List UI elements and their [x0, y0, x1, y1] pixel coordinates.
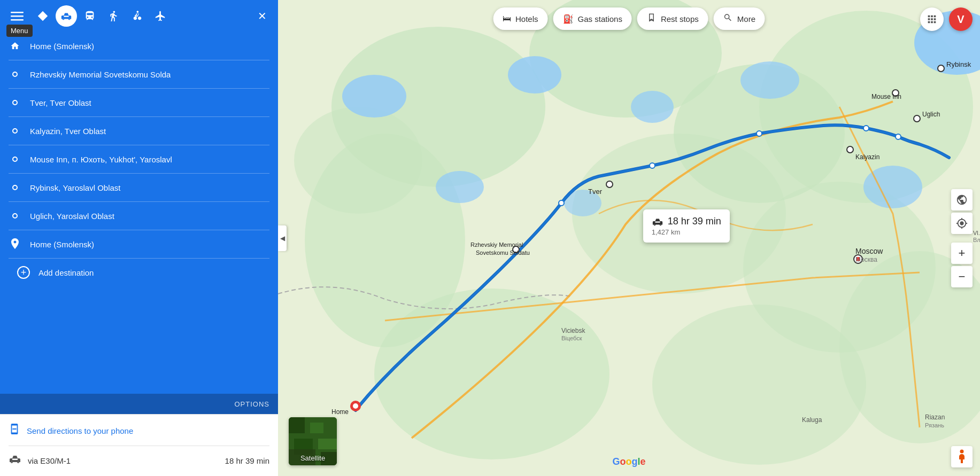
waypoint-item[interactable]: Rybinsk, Yaroslavl Oblast: [9, 174, 269, 202]
dot-connector: [12, 185, 18, 190]
route-popup-time: 18 hr 39 min: [668, 216, 721, 227]
zoom-out-button[interactable]: −: [951, 266, 973, 287]
dot-connector: [12, 213, 18, 219]
user-avatar[interactable]: V: [949, 7, 973, 31]
svg-text:Home: Home: [331, 408, 349, 416]
svg-point-16: [508, 56, 561, 93]
waypoint-label: Home (Smolensk): [30, 42, 94, 51]
dot-connector: [12, 72, 18, 77]
waypoint-item[interactable]: Home (Smolensk): [9, 230, 269, 259]
transport-transit-button[interactable]: [79, 5, 101, 27]
waypoint-item[interactable]: Mouse Inn, п. Юхоть, Yukhot', Yaroslavl: [9, 145, 269, 174]
add-destination-button[interactable]: + Add destination: [9, 259, 269, 286]
waypoint-circle-icon: [9, 181, 21, 194]
transport-drive-button[interactable]: [56, 5, 77, 27]
send-directions-label: Send directions to your phone: [27, 426, 133, 435]
svg-text:Rzhevskiy Memorial: Rzhevskiy Memorial: [470, 241, 523, 248]
transport-flight-button[interactable]: [150, 5, 171, 27]
map-area: Tver Rzhevskiy Memorial Sovetskomu Solda…: [278, 0, 980, 476]
svg-text:Москва: Москва: [855, 256, 877, 263]
svg-point-15: [342, 75, 406, 118]
svg-text:Kalyazin: Kalyazin: [855, 153, 879, 161]
pegman-button[interactable]: [951, 446, 973, 467]
svg-point-26: [863, 126, 869, 131]
toolbar: Menu: [0, 0, 278, 32]
transport-walk-button[interactable]: [103, 5, 124, 27]
map-filter-bar: 🛏 Hotels ⛽ Gas stations Rest stops More: [493, 7, 765, 30]
menu-button[interactable]: Menu: [6, 5, 28, 27]
options-bar: OPTIONS: [0, 394, 278, 414]
google-logo: Google: [612, 456, 645, 467]
send-directions-button[interactable]: Send directions to your phone: [9, 423, 269, 446]
filter-gas-stations-button[interactable]: ⛽ Gas stations: [553, 7, 632, 30]
svg-point-30: [606, 181, 613, 188]
route-car-icon: [9, 454, 21, 467]
filter-more-label: More: [737, 14, 755, 24]
satellite-label: Satellite: [289, 454, 337, 462]
svg-point-18: [631, 91, 674, 123]
filter-rest-stops-button[interactable]: Rest stops: [637, 7, 708, 30]
svg-text:Rybinsk: Rybinsk: [946, 60, 971, 68]
globe-view-button[interactable]: [951, 189, 973, 210]
waypoint-label: Rybinsk, Yaroslavl Oblast: [30, 183, 121, 192]
waypoint-label: Mouse Inn, п. Юхоть, Yukhot', Yaroslavl: [30, 155, 172, 164]
svg-text:Kaluga: Kaluga: [802, 416, 822, 424]
svg-point-32: [847, 146, 853, 153]
options-button[interactable]: OPTIONS: [234, 400, 269, 408]
location-button[interactable]: [951, 213, 973, 234]
waypoint-circle-icon: [9, 124, 21, 137]
gas-station-icon: ⛽: [563, 14, 574, 24]
close-button[interactable]: ✕: [252, 6, 272, 26]
waypoint-item[interactable]: Kalyazin, Tver Oblast: [9, 117, 269, 145]
waypoint-label: Uglich, Yaroslavl Oblast: [30, 212, 114, 221]
menu-tooltip: Menu: [6, 25, 33, 37]
waypoint-circle-icon: [9, 153, 21, 166]
svg-rect-61: [310, 423, 323, 433]
svg-rect-0: [11, 12, 24, 13]
waypoints-list: Home (Smolensk) Rzhevskiy Memorial Sovet…: [0, 32, 278, 394]
waypoint-circle-icon: [9, 68, 21, 81]
collapse-panel-button[interactable]: ◀: [278, 225, 287, 251]
route-popup-distance: 1,427 km: [652, 228, 721, 236]
svg-rect-2: [11, 19, 24, 21]
svg-point-14: [294, 107, 422, 214]
route-info-popup[interactable]: 18 hr 39 min 1,427 km: [643, 209, 730, 243]
svg-text:Viciebsk: Viciebsk: [561, 327, 585, 334]
svg-point-11: [374, 288, 609, 459]
svg-text:Sovetskomu Soldatu: Sovetskomu Soldatu: [476, 249, 530, 256]
filter-hotels-button[interactable]: 🛏 Hotels: [493, 7, 548, 30]
waypoint-item[interactable]: Uglich, Yaroslavl Oblast: [9, 202, 269, 230]
map-background: Tver Rzhevskiy Memorial Sovetskomu Solda…: [278, 0, 980, 476]
transport-mode-selector: [32, 5, 248, 27]
satellite-view-button[interactable]: Satellite: [289, 417, 337, 465]
waypoint-home-icon: [9, 40, 21, 52]
svg-point-24: [650, 163, 655, 168]
svg-text:Вла...: Вла...: [973, 237, 980, 243]
svg-text:Mouse Inn: Mouse Inn: [871, 93, 901, 100]
waypoint-item[interactable]: Home (Smolensk): [9, 32, 269, 60]
dot-connector: [12, 100, 18, 105]
waypoint-label: Kalyazin, Tver Oblast: [30, 127, 106, 136]
apps-grid-button[interactable]: [920, 7, 944, 31]
svg-point-12: [652, 305, 866, 465]
zoom-in-button[interactable]: +: [951, 243, 973, 264]
rest-stop-icon: [647, 13, 657, 25]
waypoint-label: Tver, Tver Oblast: [30, 98, 91, 107]
filter-rest-label: Rest stops: [661, 14, 699, 24]
filter-more-button[interactable]: More: [714, 7, 765, 30]
filter-hotels-label: Hotels: [515, 14, 538, 24]
svg-rect-63: [318, 439, 337, 449]
svg-text:Moscow: Moscow: [855, 247, 883, 255]
waypoint-label: Rzhevskiy Memorial Sovetskomu Solda: [30, 70, 171, 79]
waypoint-item[interactable]: Rzhevskiy Memorial Sovetskomu Solda: [9, 60, 269, 89]
svg-point-35: [914, 115, 920, 122]
transport-bike-button[interactable]: [126, 5, 148, 27]
waypoint-item[interactable]: Tver, Tver Oblast: [9, 89, 269, 117]
map-top-right: V: [920, 7, 973, 31]
svg-point-25: [757, 131, 762, 136]
waypoint-circle-icon: [9, 209, 21, 222]
waypoint-circle-icon: [9, 96, 21, 109]
svg-point-23: [559, 200, 564, 206]
route-popup-content: 18 hr 39 min: [652, 216, 721, 227]
transport-directions-button[interactable]: [32, 5, 53, 27]
